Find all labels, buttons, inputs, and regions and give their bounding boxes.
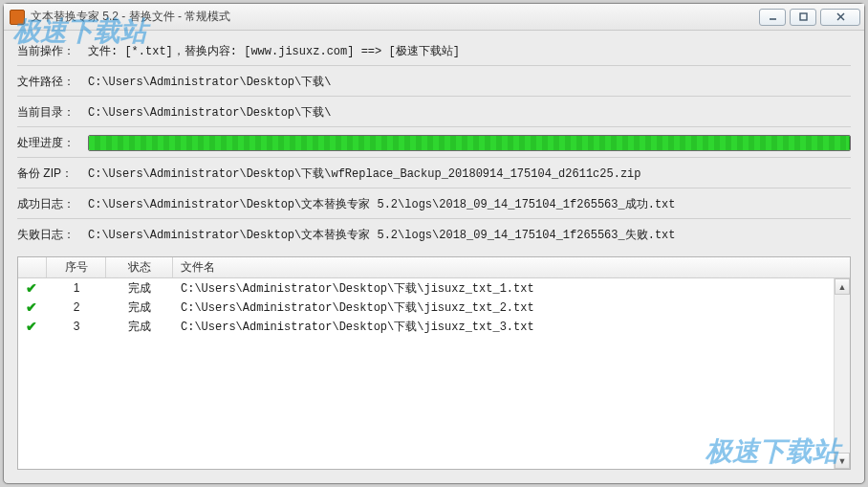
- label-success-log: 成功日志：: [17, 196, 88, 212]
- check-icon: ✔: [26, 299, 37, 315]
- window-title: 文本替换专家 5.2 - 替换文件 - 常规模式: [31, 9, 230, 25]
- cell-status: 完成: [106, 319, 173, 335]
- vertical-scrollbar[interactable]: ▲ ▼: [834, 278, 850, 469]
- close-button[interactable]: [820, 9, 860, 26]
- cell-file: C:\Users\Administrator\Desktop\下载\jisuxz…: [173, 280, 850, 297]
- table-header: 序号 状态 文件名: [18, 257, 850, 278]
- value-fail-log: C:\Users\Administrator\Desktop\文本替换专家 5.…: [88, 227, 675, 243]
- app-icon: [10, 10, 25, 25]
- value-success-log: C:\Users\Administrator\Desktop\文本替换专家 5.…: [88, 196, 675, 212]
- label-file-path: 文件路径：: [17, 74, 88, 90]
- cell-file: C:\Users\Administrator\Desktop\下载\jisuxz…: [173, 299, 850, 316]
- value-backup-zip: C:\Users\Administrator\Desktop\下载\wfRepl…: [88, 166, 641, 182]
- th-file[interactable]: 文件名: [173, 257, 850, 277]
- scroll-up-button[interactable]: ▲: [835, 278, 850, 295]
- file-table: 序号 状态 文件名 ✔ 1 完成 C:\Users\Administrator\…: [17, 256, 851, 470]
- th-check[interactable]: [18, 257, 47, 277]
- th-index[interactable]: 序号: [47, 257, 106, 277]
- divider: [17, 157, 851, 158]
- label-fail-log: 失败日志：: [17, 227, 88, 243]
- divider: [17, 65, 851, 66]
- row-backup-zip: 备份 ZIP： C:\Users\Administrator\Desktop\下…: [17, 161, 851, 186]
- table-row[interactable]: ✔ 3 完成 C:\Users\Administrator\Desktop\下载…: [18, 317, 850, 336]
- divider: [17, 188, 851, 188]
- table-row[interactable]: ✔ 2 完成 C:\Users\Administrator\Desktop\下载…: [18, 298, 850, 317]
- minimize-button[interactable]: [759, 9, 786, 26]
- label-progress: 处理进度：: [17, 135, 88, 151]
- maximize-icon: [798, 11, 809, 22]
- label-backup-zip: 备份 ZIP：: [17, 166, 88, 182]
- row-file-path: 文件路径： C:\Users\Administrator\Desktop\下载\: [17, 69, 851, 94]
- divider: [17, 218, 851, 219]
- value-current-dir: C:\Users\Administrator\Desktop\下载\: [88, 104, 331, 121]
- divider: [17, 126, 851, 127]
- app-window: 文本替换专家 5.2 - 替换文件 - 常规模式 当前操作： 文件: [*.tx…: [3, 3, 865, 484]
- check-icon: ✔: [26, 319, 37, 334]
- row-fail-log: 失败日志： C:\Users\Administrator\Desktop\文本替…: [17, 222, 851, 247]
- minimize-icon: [768, 11, 778, 22]
- row-progress: 处理进度：: [17, 130, 851, 155]
- row-current-dir: 当前目录： C:\Users\Administrator\Desktop\下载\: [17, 100, 851, 124]
- cell-file: C:\Users\Administrator\Desktop\下载\jisuxz…: [173, 319, 850, 335]
- cell-index: 2: [47, 300, 106, 314]
- table-row[interactable]: ✔ 1 完成 C:\Users\Administrator\Desktop\下载…: [18, 278, 850, 298]
- info-panel: 当前操作： 文件: [*.txt]，替换内容: [www.jisuxz.com]…: [4, 31, 864, 251]
- cell-index: 1: [47, 281, 106, 295]
- check-icon: ✔: [26, 280, 37, 296]
- divider: [17, 96, 851, 97]
- cell-index: 3: [47, 320, 106, 333]
- value-current-operation: 文件: [*.txt]，替换内容: [www.jisuxz.com] ==> […: [88, 43, 460, 59]
- th-status[interactable]: 状态: [106, 257, 173, 277]
- cell-status: 完成: [106, 299, 173, 316]
- row-current-operation: 当前操作： 文件: [*.txt]，替换内容: [www.jisuxz.com]…: [17, 38, 851, 63]
- label-current-operation: 当前操作：: [17, 43, 88, 59]
- value-file-path: C:\Users\Administrator\Desktop\下载\: [88, 74, 331, 90]
- maximize-button[interactable]: [790, 9, 816, 26]
- close-icon: [835, 11, 846, 22]
- table-body: ✔ 1 完成 C:\Users\Administrator\Desktop\下载…: [18, 278, 850, 469]
- svg-rect-1: [800, 13, 807, 20]
- titlebar[interactable]: 文本替换专家 5.2 - 替换文件 - 常规模式: [4, 4, 864, 31]
- scroll-track[interactable]: [835, 295, 850, 453]
- label-current-dir: 当前目录：: [17, 104, 88, 121]
- cell-status: 完成: [106, 280, 173, 297]
- row-success-log: 成功日志： C:\Users\Administrator\Desktop\文本替…: [17, 191, 851, 216]
- scroll-down-button[interactable]: ▼: [835, 453, 850, 469]
- progress-bar: [88, 135, 851, 151]
- progress-fill: [89, 136, 850, 150]
